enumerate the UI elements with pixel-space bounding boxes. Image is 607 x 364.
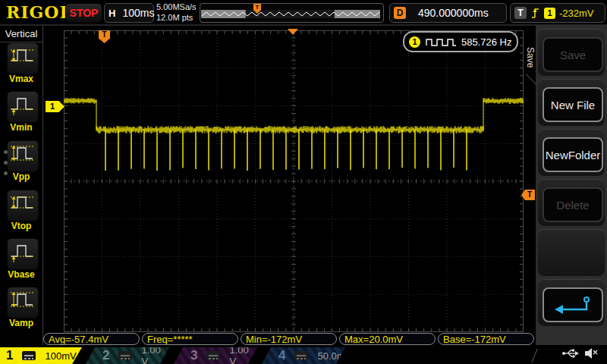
counter-value: 585.726 Hz	[461, 36, 512, 48]
vtop-icon	[8, 190, 36, 219]
vmax-label: Vmax	[0, 74, 42, 84]
delete-button[interactable]: Delete	[543, 187, 603, 222]
menu-slot-empty	[538, 229, 605, 276]
menu-slot: Delete	[538, 179, 605, 226]
d-label: D	[394, 7, 406, 19]
run-state-badge[interactable]: STOP	[65, 3, 102, 23]
vamp-button[interactable]	[7, 287, 39, 318]
menu-page-dot	[4, 150, 8, 154]
top-bar: RIGOL STOP H 100ms 5.00MSa/s 12.0M pts T…	[0, 0, 607, 26]
acquisition-info: 5.00MSa/s 12.0M pts	[156, 2, 199, 23]
vtop-button[interactable]	[7, 190, 39, 221]
channel-1-scale: 100mV	[45, 350, 76, 362]
channel-4-number: 4	[278, 348, 285, 363]
ch1-zero-level-marker[interactable]: 1	[46, 101, 64, 112]
save-button[interactable]: Save	[543, 37, 603, 72]
waveform-display	[64, 30, 524, 332]
square-wave-icon	[425, 36, 457, 48]
channel-4-tab[interactable]: 4 50.0mV	[262, 347, 345, 364]
menu-slot: NewFolder	[538, 129, 605, 176]
h-label: H	[109, 8, 115, 19]
measure-avg: Avg=-57.4mV	[43, 333, 140, 345]
dc-coupling-icon	[22, 351, 36, 360]
trigger-position-triangle[interactable]	[288, 29, 298, 35]
vmax-icon	[8, 43, 36, 72]
channel-2-scale: 1.00 V	[141, 344, 169, 364]
channel-3-number: 3	[190, 348, 197, 363]
vbase-icon	[8, 239, 36, 268]
delay-value: 490.000000ms	[418, 7, 489, 19]
dc-coupling-icon	[118, 351, 132, 360]
frequency-counter: 1 585.726 Hz	[403, 31, 518, 52]
horizontal-position-preview[interactable]: T	[200, 3, 384, 23]
channel-2-number: 2	[102, 348, 109, 363]
menu-title: Vertical	[0, 25, 42, 42]
back-button[interactable]	[543, 287, 603, 322]
return-arrow-icon	[552, 294, 594, 315]
rigol-logo: RIGOL	[6, 2, 72, 22]
t-label: T	[514, 7, 527, 19]
vamp-icon	[8, 287, 36, 316]
channel-2-tab[interactable]: 2 1.00 V	[86, 347, 169, 364]
menu-page-dot	[4, 171, 8, 175]
measure-freq: Freq=*****	[142, 333, 238, 345]
channel-1-tab[interactable]: 1 100mV	[0, 347, 82, 364]
soft-menu-panel: Save New File NewFolder Delete	[536, 25, 607, 345]
dc-coupling-icon	[206, 351, 220, 360]
menu-slot	[538, 279, 605, 326]
oscilloscope-screen: RIGOL STOP H 100ms 5.00MSa/s 12.0M pts T…	[0, 0, 607, 364]
vmin-button[interactable]	[7, 91, 39, 123]
horizontal-timebase-box[interactable]: H 100ms	[104, 3, 154, 23]
channel-4-scale: 50.0mV	[317, 350, 351, 362]
counter-source-badge: 1	[409, 36, 420, 48]
vmax-button[interactable]	[7, 42, 39, 74]
trigger-level-value: -232mV	[559, 8, 594, 19]
delay-box[interactable]: D 490.000000ms	[389, 3, 507, 23]
new-file-button[interactable]: New File	[543, 87, 603, 122]
memory-depth: 12.0M pts	[156, 12, 199, 23]
measure-base: Base=-172mV	[438, 333, 534, 345]
measure-max: Max=20.0mV	[339, 333, 436, 345]
trigger-source-badge: 1	[544, 8, 555, 19]
speaker-muted-icon	[584, 347, 599, 359]
vbase-button[interactable]	[7, 238, 39, 270]
vtop-label: Vtop	[0, 221, 42, 231]
trigger-box[interactable]: T 1 -232mV	[510, 3, 605, 23]
vpp-button[interactable]	[7, 140, 39, 172]
new-folder-button[interactable]: NewFolder	[543, 137, 603, 172]
vmin-icon	[8, 92, 36, 121]
sample-rate: 5.00MSa/s	[156, 2, 199, 12]
dc-coupling-icon	[294, 351, 308, 360]
measure-min: Min=-172mV	[241, 333, 337, 345]
menu-page-dot	[4, 161, 8, 165]
vamp-label: Vamp	[0, 318, 42, 328]
usb-icon	[561, 347, 580, 359]
timebase-value: 100ms	[122, 7, 154, 19]
channel-3-scale: 1.00 V	[229, 344, 257, 364]
vpp-icon	[8, 141, 36, 170]
vmin-label: Vmin	[0, 122, 42, 133]
menu-slot: New File	[538, 79, 605, 126]
measurement-bar: Avg=-57.4mV Freq=***** Min=-172mV Max=20…	[43, 333, 536, 347]
ch1-waveform-trace	[64, 30, 524, 332]
channel-1-number: 1	[6, 348, 13, 363]
rising-edge-icon	[530, 7, 540, 20]
status-icons	[561, 345, 604, 362]
channel-3-tab[interactable]: 3 1.00 V	[174, 347, 257, 364]
record-preview-waveform	[200, 4, 382, 20]
bar-divider	[531, 349, 537, 363]
channel-status-bar: 1 100mV 2 1.00 V 3 1.00 V 4 50.0mV	[0, 347, 607, 364]
vbase-label: Vbase	[0, 269, 42, 280]
menu-slot: Save	[538, 29, 605, 76]
menu-tab-save: Save	[522, 35, 536, 80]
